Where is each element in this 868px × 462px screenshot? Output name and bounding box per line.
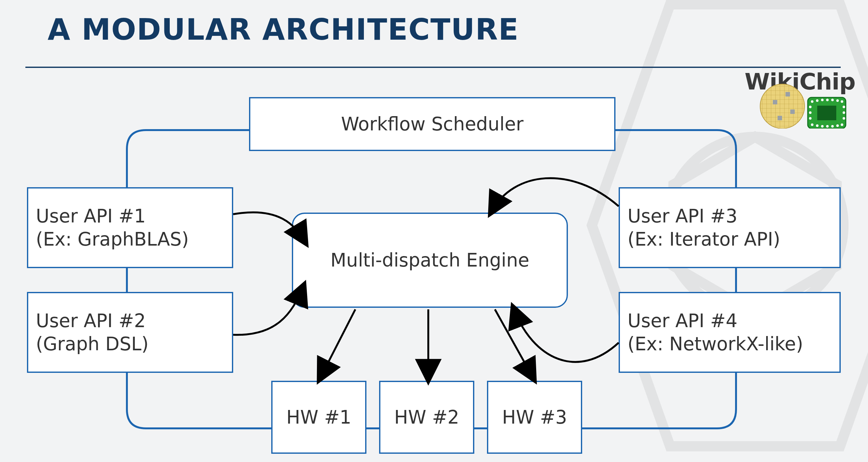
label-user-api-1-line1: User API #1 (36, 205, 189, 228)
svg-point-29 (843, 117, 845, 120)
svg-point-19 (821, 125, 824, 128)
label-user-api-2-line2: (Graph DSL) (36, 333, 149, 356)
wikichip-logo: WikiChip (722, 68, 855, 128)
svg-point-28 (843, 112, 845, 114)
box-workflow-scheduler: Workflow Scheduler (249, 97, 616, 151)
svg-point-11 (816, 99, 818, 102)
svg-point-24 (809, 106, 811, 108)
svg-point-3 (760, 84, 805, 128)
svg-rect-6 (790, 110, 795, 114)
svg-point-26 (809, 117, 811, 120)
svg-point-20 (826, 125, 829, 128)
label-user-api-4-line2: (Ex: NetworkX-like) (627, 333, 803, 356)
svg-point-18 (816, 124, 818, 127)
svg-point-16 (841, 100, 843, 103)
svg-point-27 (843, 106, 845, 108)
svg-point-15 (836, 99, 839, 102)
box-user-api-1: User API #1 (Ex: GraphBLAS) (27, 187, 233, 268)
svg-point-17 (811, 123, 813, 126)
svg-rect-7 (778, 116, 782, 120)
svg-point-13 (826, 99, 829, 101)
label-workflow-scheduler: Workflow Scheduler (341, 113, 524, 135)
box-user-api-3: User API #3 (Ex: Iterator API) (619, 187, 841, 268)
svg-point-10 (811, 100, 813, 103)
wikichip-logo-icon (722, 68, 855, 128)
label-user-api-3-line2: (Ex: Iterator API) (627, 228, 780, 251)
label-user-api-1-line2: (Ex: GraphBLAS) (36, 228, 189, 251)
title-underline (25, 67, 841, 68)
label-hw-2: HW #2 (394, 406, 459, 428)
box-hw-3: HW #3 (487, 381, 582, 454)
label-hw-3: HW #3 (502, 406, 567, 428)
box-hw-1: HW #1 (271, 381, 366, 454)
svg-point-22 (836, 124, 839, 127)
box-user-api-4: User API #4 (Ex: NetworkX-like) (619, 292, 841, 373)
label-multi-dispatch-engine: Multi-dispatch Engine (331, 249, 529, 271)
label-hw-1: HW #1 (286, 406, 351, 428)
box-multi-dispatch-engine: Multi-dispatch Engine (292, 213, 568, 308)
svg-point-12 (821, 99, 824, 101)
svg-rect-9 (817, 106, 836, 120)
svg-rect-4 (773, 100, 777, 104)
label-user-api-4-line1: User API #4 (627, 309, 803, 333)
label-user-api-3-line1: User API #3 (627, 205, 780, 228)
label-user-api-2-line1: User API #2 (36, 309, 149, 333)
svg-rect-5 (785, 92, 790, 96)
box-hw-2: HW #2 (379, 381, 474, 454)
svg-point-25 (809, 112, 811, 114)
slide: A MODULAR ARCHITECTURE WikiChip (0, 0, 868, 462)
svg-point-14 (831, 99, 834, 101)
slide-title: A MODULAR ARCHITECTURE (48, 13, 519, 47)
svg-point-23 (841, 123, 843, 126)
svg-point-21 (831, 125, 834, 128)
box-user-api-2: User API #2 (Graph DSL) (27, 292, 233, 373)
